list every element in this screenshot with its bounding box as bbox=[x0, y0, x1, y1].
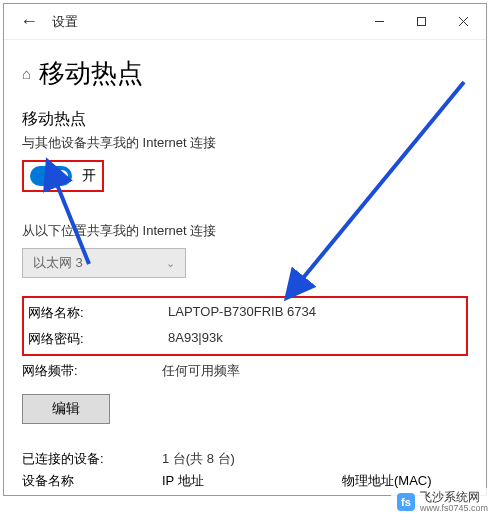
content-area: ⌂ 移动热点 移动热点 与其他设备共享我的 Internet 连接 开 从以下位… bbox=[4, 40, 486, 490]
edit-button-label: 编辑 bbox=[52, 400, 80, 418]
hotspot-toggle-row: 开 bbox=[30, 166, 96, 186]
network-band-row: 网络频带: 任何可用频率 bbox=[22, 358, 468, 384]
network-password-row: 网络密码: 8A93|93k bbox=[28, 326, 462, 352]
connected-devices-value: 1 台(共 8 台) bbox=[162, 450, 235, 468]
home-icon[interactable]: ⌂ bbox=[22, 65, 31, 82]
app-title: 设置 bbox=[52, 13, 78, 31]
network-name-row: 网络名称: LAPTOP-B730FRIB 6734 bbox=[28, 300, 462, 326]
watermark-text: 飞沙系统网 www.fs0745.com bbox=[420, 491, 488, 514]
page-title: 移动热点 bbox=[39, 56, 143, 91]
hotspot-subtitle: 与其他设备共享我的 Internet 连接 bbox=[22, 134, 468, 152]
device-col-name: 设备名称 bbox=[22, 472, 162, 490]
toggle-state-label: 开 bbox=[82, 167, 96, 185]
share-from-value: 以太网 3 bbox=[33, 254, 83, 272]
edit-button[interactable]: 编辑 bbox=[22, 394, 110, 424]
connected-devices-row: 已连接的设备: 1 台(共 8 台) bbox=[22, 446, 468, 472]
chevron-down-icon: ⌄ bbox=[166, 257, 175, 270]
toggle-knob bbox=[56, 170, 68, 182]
titlebar-left: ← 设置 bbox=[6, 9, 78, 34]
network-name-label: 网络名称: bbox=[28, 304, 168, 322]
watermark-logo-icon: fs bbox=[397, 493, 415, 511]
svg-rect-1 bbox=[417, 18, 425, 26]
network-name-value: LAPTOP-B730FRIB 6734 bbox=[168, 304, 316, 322]
device-col-ip: IP 地址 bbox=[162, 472, 342, 490]
maximize-button[interactable] bbox=[400, 6, 442, 38]
page-header: ⌂ 移动热点 bbox=[22, 56, 468, 91]
watermark-url: www.fs0745.com bbox=[420, 504, 488, 514]
watermark: fs 飞沙系统网 www.fs0745.com bbox=[391, 488, 494, 517]
hotspot-section-title: 移动热点 bbox=[22, 109, 468, 130]
network-band-value: 任何可用频率 bbox=[162, 362, 240, 380]
settings-window: ← 设置 ⌂ 移动热点 移动热点 与其他设备共享我的 Internet 连接 bbox=[3, 3, 487, 496]
share-from-label: 从以下位置共享我的 Internet 连接 bbox=[22, 222, 468, 240]
back-button[interactable]: ← bbox=[16, 9, 42, 34]
network-info-highlight: 网络名称: LAPTOP-B730FRIB 6734 网络密码: 8A93|93… bbox=[22, 296, 468, 356]
close-button[interactable] bbox=[442, 6, 484, 38]
connected-devices-label: 已连接的设备: bbox=[22, 450, 162, 468]
network-password-value: 8A93|93k bbox=[168, 330, 223, 348]
hotspot-toggle[interactable] bbox=[30, 166, 72, 186]
titlebar: ← 设置 bbox=[4, 4, 486, 40]
window-controls bbox=[358, 6, 484, 38]
network-band-label: 网络频带: bbox=[22, 362, 162, 380]
toggle-highlight-box: 开 bbox=[22, 160, 104, 192]
share-from-select[interactable]: 以太网 3 ⌄ bbox=[22, 248, 186, 278]
minimize-button[interactable] bbox=[358, 6, 400, 38]
network-password-label: 网络密码: bbox=[28, 330, 168, 348]
